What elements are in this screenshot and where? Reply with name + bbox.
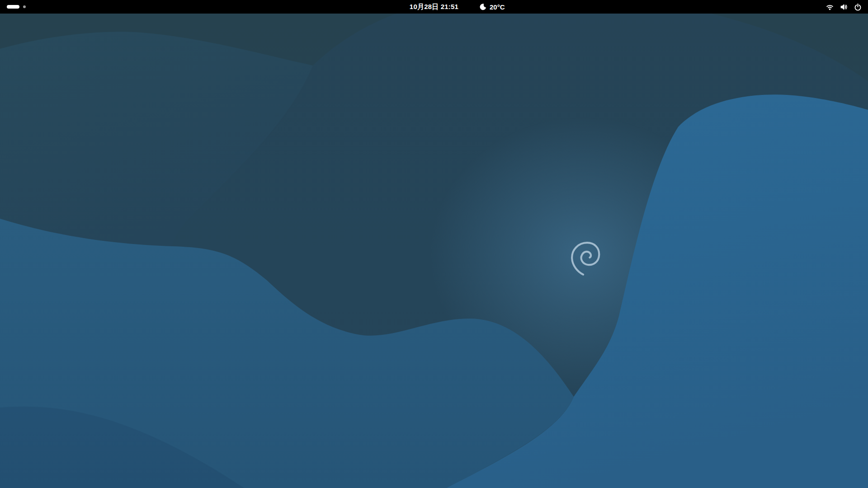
volume-icon <box>840 3 848 11</box>
top-bar: 10月28日 21:51 20°C <box>0 0 868 14</box>
power-icon <box>854 3 862 11</box>
wifi-icon <box>826 3 834 11</box>
system-status-menu[interactable] <box>820 0 868 14</box>
workspace-indicator[interactable] <box>7 0 26 14</box>
moon-icon <box>479 3 486 10</box>
temperature-label: 20°C <box>490 3 505 11</box>
clock-button[interactable]: 10月28日 21:51 <box>410 0 458 14</box>
wallpaper-waves <box>0 14 868 488</box>
inactive-workspace-dot <box>23 5 26 8</box>
desktop-wallpaper <box>0 14 868 488</box>
clock-label: 10月28日 21:51 <box>410 3 458 11</box>
weather-indicator[interactable]: 20°C <box>479 0 505 14</box>
active-workspace-pill <box>7 5 19 9</box>
